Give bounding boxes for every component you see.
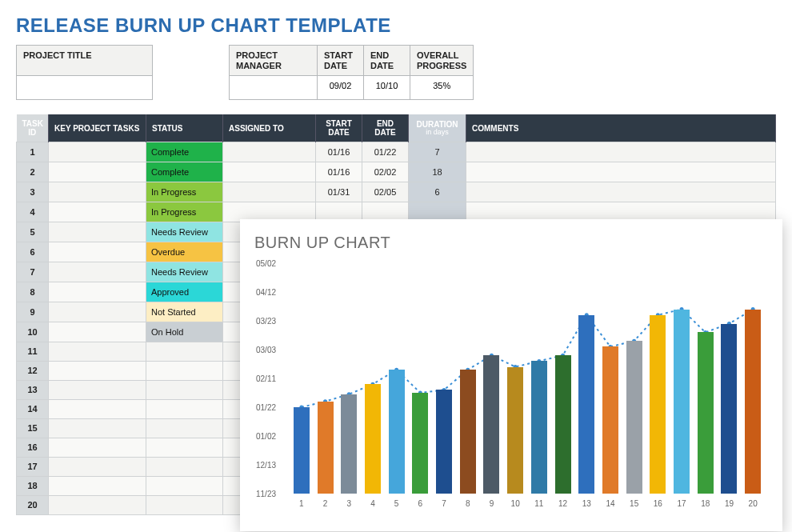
- proj-value-manager[interactable]: [230, 76, 318, 100]
- chart-plot: 1234567891011121314151617181920 11/2312/…: [256, 257, 768, 513]
- proj-value-title[interactable]: [17, 76, 153, 100]
- y-tick-label: 03/23: [256, 317, 276, 326]
- cell-comments[interactable]: [466, 142, 776, 162]
- cell-key[interactable]: [49, 222, 146, 242]
- table-row[interactable]: 2Complete01/1602/0218: [17, 162, 776, 182]
- cell-key[interactable]: [49, 182, 146, 202]
- cell-key[interactable]: [49, 399, 146, 418]
- cell-key[interactable]: [49, 495, 146, 514]
- cell-status[interactable]: [146, 457, 223, 476]
- cell-status[interactable]: Not Started: [146, 302, 223, 322]
- cell-status[interactable]: [146, 418, 223, 438]
- cell-key[interactable]: [49, 361, 146, 380]
- x-tick-label: 16: [650, 499, 666, 508]
- cell-status[interactable]: Needs Review: [146, 262, 223, 282]
- col-status: STATUS: [146, 114, 223, 142]
- cell-key[interactable]: [49, 142, 146, 162]
- chart-bar: [483, 355, 499, 494]
- cell-key[interactable]: [49, 322, 146, 342]
- cell-duration[interactable]: 6: [409, 182, 466, 202]
- cell-end[interactable]: 02/02: [362, 162, 409, 182]
- cell-status[interactable]: [146, 438, 223, 457]
- col-comments: COMMENTS: [466, 114, 776, 142]
- cell-assigned[interactable]: [223, 182, 316, 202]
- cell-comments[interactable]: [466, 162, 776, 182]
- x-tick-label: 18: [698, 499, 714, 508]
- cell-id: 17: [17, 457, 49, 476]
- page-title: RELEASE BURN UP CHART TEMPLATE: [16, 14, 776, 37]
- chart-bar: [745, 310, 761, 494]
- cell-start[interactable]: 01/16: [316, 162, 362, 182]
- cell-key[interactable]: [49, 202, 146, 222]
- chart-bar: [412, 393, 428, 494]
- cell-id: 13: [17, 380, 49, 399]
- cell-status[interactable]: [146, 399, 223, 418]
- status-badge: Overdue: [146, 242, 222, 262]
- cell-status[interactable]: [146, 476, 223, 495]
- cell-end[interactable]: 01/22: [362, 142, 409, 162]
- cell-key[interactable]: [49, 418, 146, 438]
- cell-comments[interactable]: [466, 182, 776, 202]
- proj-header-spacer: [153, 46, 230, 76]
- cell-key[interactable]: [49, 242, 146, 262]
- col-assigned: ASSIGNED TO: [223, 114, 316, 142]
- cell-end[interactable]: 02/05: [362, 182, 409, 202]
- cell-id: 8: [17, 282, 49, 302]
- status-badge: In Progress: [146, 202, 222, 222]
- y-tick-label: 03/03: [256, 346, 276, 354]
- col-start-date: START DATE: [316, 114, 362, 142]
- table-row[interactable]: 1Complete01/1601/227: [17, 142, 776, 162]
- cell-assigned[interactable]: [223, 162, 316, 182]
- cell-start[interactable]: 01/16: [316, 142, 362, 162]
- cell-id: 6: [17, 242, 49, 262]
- x-tick-label: 7: [436, 499, 452, 508]
- proj-header-end: END DATE: [364, 46, 410, 76]
- chart-bar: [721, 324, 737, 494]
- cell-status[interactable]: Overdue: [146, 242, 223, 262]
- status-badge: Complete: [146, 142, 222, 162]
- x-tick-label: 6: [412, 499, 428, 508]
- x-tick-label: 10: [507, 499, 523, 508]
- chart-bar: [531, 361, 547, 494]
- y-tick-label: 02/11: [256, 374, 276, 383]
- cell-key[interactable]: [49, 457, 146, 476]
- x-tick-label: 2: [318, 499, 334, 508]
- cell-key[interactable]: [49, 302, 146, 322]
- cell-key[interactable]: [49, 282, 146, 302]
- cell-duration[interactable]: 7: [409, 142, 466, 162]
- proj-value-start[interactable]: 09/02: [318, 76, 364, 100]
- proj-value-end[interactable]: 10/10: [364, 76, 410, 100]
- cell-key[interactable]: [49, 262, 146, 282]
- cell-assigned[interactable]: [223, 142, 316, 162]
- cell-status[interactable]: Approved: [146, 282, 223, 302]
- table-row[interactable]: 3In Progress01/3102/056: [17, 182, 776, 202]
- cell-key[interactable]: [49, 438, 146, 457]
- cell-key[interactable]: [49, 380, 146, 399]
- x-tick-label: 17: [674, 499, 690, 508]
- chart-bar: [650, 315, 666, 494]
- cell-status[interactable]: Needs Review: [146, 222, 223, 242]
- proj-header-manager: PROJECT MANAGER: [230, 46, 318, 76]
- cell-status[interactable]: [146, 342, 223, 361]
- cell-status[interactable]: [146, 380, 223, 399]
- cell-status[interactable]: On Hold: [146, 322, 223, 342]
- chart-bar: [460, 370, 476, 494]
- cell-status[interactable]: Complete: [146, 162, 223, 182]
- cell-id: 9: [17, 302, 49, 322]
- cell-status[interactable]: In Progress: [146, 182, 223, 202]
- cell-key[interactable]: [49, 162, 146, 182]
- x-tick-label: 3: [341, 499, 357, 508]
- x-tick-label: 9: [483, 499, 499, 508]
- col-end-date: END DATE: [362, 114, 409, 142]
- cell-status[interactable]: Complete: [146, 142, 223, 162]
- cell-status[interactable]: [146, 361, 223, 380]
- proj-value-progress[interactable]: 35%: [410, 76, 474, 100]
- cell-status[interactable]: [146, 495, 223, 514]
- cell-key[interactable]: [49, 476, 146, 495]
- cell-key[interactable]: [49, 342, 146, 361]
- cell-start[interactable]: 01/31: [316, 182, 362, 202]
- cell-duration[interactable]: 18: [409, 162, 466, 182]
- chart-bar: [294, 407, 310, 494]
- cell-status[interactable]: In Progress: [146, 202, 223, 222]
- chart-bar: [389, 370, 405, 494]
